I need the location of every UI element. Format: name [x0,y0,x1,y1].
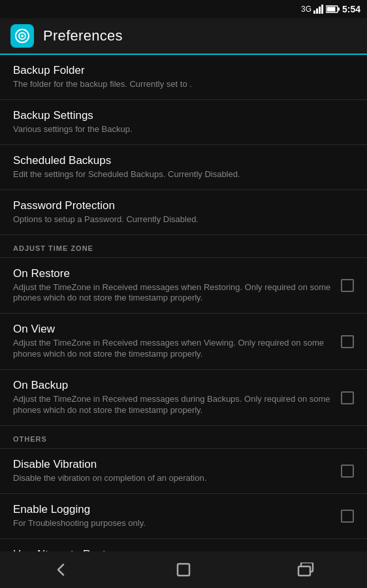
pref-subtitle: Various settings for the Backup. [13,124,346,135]
svg-rect-2 [319,7,321,14]
pref-text: On ViewAdjust the TimeZone in Received m… [13,323,341,360]
pref-item-enable-logging[interactable]: Enable LoggingFor Troubleshooting purpos… [0,494,367,539]
pref-subtitle: Adjust the TimeZone in Received messages… [13,282,333,304]
svg-rect-12 [298,566,310,576]
pref-subtitle: Disable the vibration on completion of a… [13,473,333,484]
pref-text: On BackupAdjust the TimeZone in Received… [13,379,341,416]
pref-item-on-restore[interactable]: On RestoreAdjust the TimeZone in Receive… [0,258,367,314]
preferences-list: Backup FolderThe folder for the backup f… [0,55,367,551]
battery-icon [326,5,340,13]
pref-item-use-alternate-restore[interactable]: Use Alternate RestoreUse if the normal R… [0,539,367,551]
pref-title: Password Protection [13,199,346,212]
pref-checkbox[interactable] [341,510,354,523]
pref-subtitle: Options to setup a Password. Currently D… [13,214,346,225]
back-icon [54,562,69,578]
pref-title: On Backup [13,379,333,392]
pref-checkbox[interactable] [341,391,354,404]
action-bar: Preferences [0,18,367,55]
pref-text: On RestoreAdjust the TimeZone in Receive… [13,267,341,304]
pref-title: Backup Settings [13,109,346,122]
pref-item-password-protection[interactable]: Password ProtectionOptions to setup a Pa… [0,190,367,235]
svg-rect-6 [327,7,335,12]
pref-title: Enable Logging [13,503,333,516]
svg-rect-1 [316,8,318,14]
pref-item-disable-vibration[interactable]: Disable VibrationDisable the vibration o… [0,449,367,494]
pref-item-scheduled-backups[interactable]: Scheduled BackupsEdit the settings for S… [0,145,367,190]
navigation-bar [0,551,367,588]
svg-rect-5 [338,8,340,11]
status-icons: 3G 5:54 [301,4,360,14]
svg-rect-0 [313,10,315,14]
pref-title: Disable Vibration [13,458,333,471]
signal-bars-icon [313,5,324,14]
svg-point-9 [21,35,24,37]
pref-item-backup-settings[interactable]: Backup SettingsVarious settings for the … [0,100,367,145]
pref-checkbox[interactable] [341,465,354,478]
home-icon [176,563,191,577]
pref-text: Backup SettingsVarious settings for the … [13,109,354,135]
back-button[interactable] [43,557,80,583]
pref-subtitle: For Troubleshooting purposes only. [13,518,333,529]
pref-checkbox[interactable] [341,279,354,292]
app-logo-icon [14,28,30,44]
pref-title: Scheduled Backups [13,154,346,167]
pref-title: On View [13,323,333,336]
recents-button[interactable] [287,557,324,583]
pref-subtitle: Adjust the TimeZone in Received messages… [13,394,333,416]
pref-subtitle: Edit the settings for Scheduled Backups.… [13,169,346,180]
pref-title: On Restore [13,267,333,280]
section-header-label: ADJUST TIME ZONE [13,244,93,252]
pref-subtitle: The folder for the backup files. Current… [13,79,346,90]
pref-item-on-backup[interactable]: On BackupAdjust the TimeZone in Received… [0,370,367,426]
pref-text: Password ProtectionOptions to setup a Pa… [13,199,354,225]
app-icon [10,24,34,48]
pref-subtitle: Adjust the TimeZone in Received messages… [13,338,333,360]
section-header-label: OTHERS [13,435,47,443]
recents-icon [297,563,314,577]
svg-rect-3 [321,5,323,14]
section-header-adjust-time-zone: ADJUST TIME ZONE [0,235,367,258]
pref-title: Backup Folder [13,64,346,77]
pref-text: Backup FolderThe folder for the backup f… [13,64,354,90]
section-header-others: OTHERS [0,426,367,449]
pref-text: Scheduled BackupsEdit the settings for S… [13,154,354,180]
pref-checkbox[interactable] [341,335,354,348]
pref-item-backup-folder[interactable]: Backup FolderThe folder for the backup f… [0,55,367,100]
pref-item-on-view[interactable]: On ViewAdjust the TimeZone in Received m… [0,314,367,370]
page-title: Preferences [43,27,123,44]
home-button[interactable] [165,557,202,583]
clock-display: 5:54 [342,4,360,14]
pref-text: Disable VibrationDisable the vibration o… [13,458,341,484]
pref-text: Enable LoggingFor Troubleshooting purpos… [13,503,341,529]
status-bar: 3G 5:54 [0,0,367,18]
svg-rect-10 [178,564,189,576]
signal-indicator: 3G [301,5,311,14]
